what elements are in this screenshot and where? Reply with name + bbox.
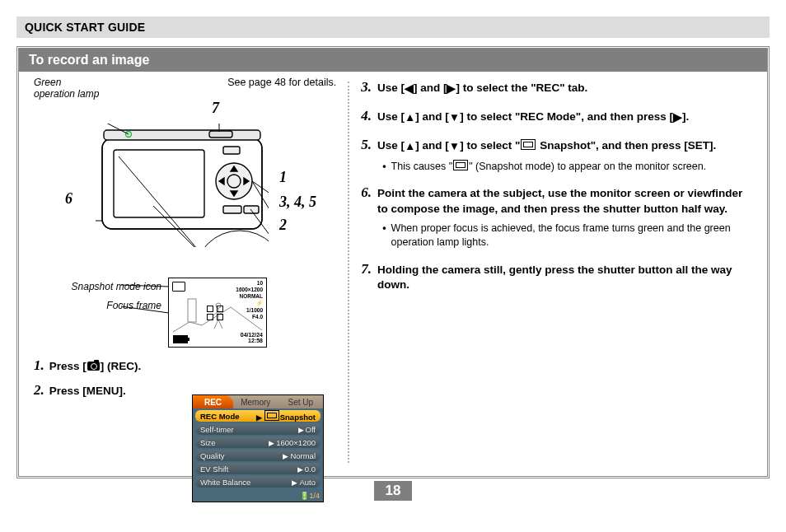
page-footer: 18 bbox=[16, 481, 770, 501]
page: QUICK START GUIDE To record an image Gre… bbox=[0, 0, 786, 532]
svg-rect-7 bbox=[223, 206, 241, 213]
lcd-datetime: 04/12/24 12:58 bbox=[241, 332, 263, 344]
menu-rows: REC Mode▶SnapshotSelf-timer▶OffSize▶1600… bbox=[193, 408, 323, 492]
step: 6.Point the camera at the subject, use t… bbox=[361, 184, 756, 250]
callout-1: 1 bbox=[279, 169, 287, 186]
page-number: 18 bbox=[374, 481, 413, 501]
annotation-leader-lines bbox=[121, 278, 171, 328]
svg-line-15 bbox=[250, 209, 269, 247]
step-note: This causes "" (Snapshot mode) to appear… bbox=[382, 160, 756, 175]
menu-row: Size▶1600×1200 bbox=[195, 436, 320, 448]
svg-rect-8 bbox=[244, 206, 259, 213]
step-note: When proper focus is achieved, the focus… bbox=[382, 222, 756, 250]
lcd-screen-closeup: 10 1600×1200 NORMAL ⚡ 1/1000 F4.0 bbox=[168, 278, 267, 348]
step-1: 1. Press [] (REC). bbox=[34, 357, 336, 374]
callout-7: 7 bbox=[212, 100, 219, 117]
steps-right-list: 3.Use [◀] and [▶] to select the "REC" ta… bbox=[361, 78, 756, 292]
steps-left-list: 1. Press [] (REC). 2. Press [MENU]. bbox=[34, 357, 336, 399]
step: 7.Holding the camera still, gently press… bbox=[361, 260, 756, 292]
menu-tab-rec: REC bbox=[193, 395, 233, 408]
content-frame: To record an image Green operation lamp … bbox=[16, 46, 770, 478]
svg-rect-20 bbox=[188, 299, 196, 322]
camera-icon bbox=[87, 362, 100, 371]
right-column: 3.Use [◀] and [▶] to select the "REC" ta… bbox=[353, 72, 767, 473]
camera-illustration bbox=[96, 124, 269, 247]
svg-line-27 bbox=[121, 285, 169, 287]
menu-row: REC Mode▶Snapshot bbox=[195, 410, 320, 422]
green-lamp-label: Green operation lamp bbox=[34, 77, 99, 100]
menu-row: Self-timer▶Off bbox=[195, 423, 320, 435]
menu-row: Quality▶Normal bbox=[195, 450, 320, 461]
step: 4.Use [▲] and [▼] to select "REC Mode", … bbox=[361, 107, 756, 126]
menu-row: EV Shift▶0.0 bbox=[195, 463, 320, 474]
callout-6: 6 bbox=[65, 190, 73, 208]
two-columns: Green operation lamp See page 48 for det… bbox=[19, 72, 767, 473]
svg-line-14 bbox=[252, 181, 269, 224]
diagram-top-labels: Green operation lamp See page 48 for det… bbox=[34, 77, 336, 100]
left-column: Green operation lamp See page 48 for det… bbox=[19, 72, 344, 473]
step: 5.Use [▲] and [▼] to select " Snapshot",… bbox=[361, 136, 756, 174]
lcd-annotation-row: Snapshot mode icon Focus frame 10 1600×1… bbox=[34, 278, 336, 348]
see-page-ref: See page 48 for details. bbox=[227, 77, 336, 100]
svg-rect-6 bbox=[223, 147, 240, 154]
section-title: To record an image bbox=[19, 49, 767, 72]
svg-line-28 bbox=[121, 306, 169, 313]
battery-icon bbox=[173, 335, 188, 343]
svg-rect-2 bbox=[114, 150, 204, 217]
menu-tab-setup: Set Up bbox=[278, 395, 323, 408]
section-header: QUICK START GUIDE bbox=[16, 16, 770, 38]
svg-line-23 bbox=[214, 320, 218, 329]
snapshot-mode-icon bbox=[453, 160, 468, 170]
menu-tab-memory: Memory bbox=[233, 395, 278, 408]
focus-frame-icon bbox=[207, 306, 223, 320]
snapshot-mode-icon bbox=[521, 139, 536, 150]
svg-line-13 bbox=[252, 181, 269, 199]
svg-point-17 bbox=[194, 231, 269, 247]
svg-line-24 bbox=[218, 320, 222, 329]
callout-2: 2 bbox=[279, 217, 287, 234]
camera-diagram: 7 1 3, 4, 5 2 6 bbox=[34, 103, 336, 276]
column-divider bbox=[348, 82, 349, 463]
step: 3.Use [◀] and [▶] to select the "REC" ta… bbox=[361, 78, 756, 97]
svg-rect-9 bbox=[209, 131, 232, 138]
menu-tabs: REC Memory Set Up bbox=[193, 395, 323, 408]
callout-345: 3, 4, 5 bbox=[279, 194, 316, 211]
